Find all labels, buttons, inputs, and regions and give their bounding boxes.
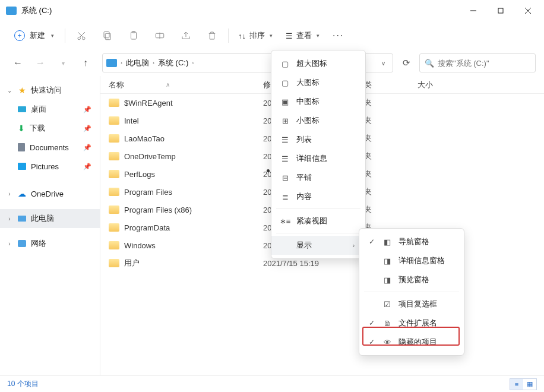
up-button[interactable]: ↑ [76,53,95,72]
breadcrumb-current[interactable]: 系统 (C:) [158,58,188,68]
file-name: OneDriveTemp [124,152,176,161]
separator [228,29,229,43]
sort-icon: ↑↓ [238,31,246,40]
maximize-button[interactable] [487,1,514,20]
pin-icon: 📌 [83,144,91,151]
chevron-right-icon: › [192,60,194,66]
sidebar-desktop[interactable]: 桌面📌 [0,100,100,119]
file-name: LaoMaoTao [124,134,165,143]
view-sm-icons[interactable]: ⊞小图标 [271,111,365,130]
folder-icon [109,134,119,143]
col-type[interactable]: 类 [364,80,418,90]
pane-icon: ◧ [382,238,393,246]
sidebar-pictures[interactable]: Pictures📌 [0,157,100,176]
col-size[interactable]: 大小 [418,80,544,90]
pane-icon: ◨ [382,257,393,265]
show-details-pane[interactable]: ◨详细信息窗格 [359,251,464,270]
show-nav-pane[interactable]: ✓◧导航窗格 [359,232,464,251]
view-list[interactable]: ☰列表 [271,130,365,149]
details-view-button[interactable]: ≡ [510,379,523,390]
label: OneDrive [31,189,64,198]
file-name: Intel [124,116,139,125]
compact-icon: ∗≡ [280,217,290,226]
file-date: 2021/7/15 15:19 [263,259,364,268]
search-box[interactable]: 🔍 [419,53,536,72]
refresh-button[interactable]: ⟳ [397,53,416,72]
view-content[interactable]: ≣内容 [271,187,365,206]
show-extensions[interactable]: ✓🗎文件扩展名 [359,314,464,333]
label: 快速访问 [31,85,62,96]
folder-icon [109,241,119,249]
view-compact[interactable]: ∗≡紧凑视图 [271,211,365,230]
sidebar-this-pc[interactable]: ›此电脑 [0,209,100,228]
grid-icon: ⊞ [280,116,290,125]
sidebar-documents[interactable]: Documents📌 [0,138,100,157]
breadcrumb-root[interactable]: 此电脑 [126,58,149,68]
delete-button[interactable] [200,25,224,46]
address-dropdown[interactable]: ∨ [378,60,389,67]
desktop-icon [18,106,26,112]
svg-rect-1 [498,8,503,13]
recent-dropdown[interactable]: ▾ [53,53,72,72]
file-type: 夹 [364,186,418,197]
label: Documents [30,143,69,152]
separator [276,208,360,209]
sidebar-network[interactable]: ›网络 [0,234,100,253]
show-checkboxes[interactable]: ☑项目复选框 [359,295,464,314]
window-title: 系统 (C:) [21,5,460,16]
network-icon [18,240,26,247]
forward-button[interactable]: → [31,53,50,72]
view-label: 查看 [296,30,312,41]
chevron-down-icon: ▾ [270,33,273,39]
current-indicator [267,169,270,172]
view-tiles[interactable]: ⊟平铺 [271,168,365,187]
sidebar-quick-access[interactable]: ⌄★快速访问 [0,81,100,100]
svg-point-4 [78,37,81,40]
search-input[interactable] [438,59,537,68]
view-xl-icons[interactable]: ▢超大图标 [271,54,365,73]
view-icon: ☰ [286,31,293,40]
col-name[interactable]: 名称∧ [109,80,263,90]
cut-button[interactable] [69,25,94,46]
rename-button[interactable] [147,25,172,46]
folder-icon [109,188,119,196]
drive-icon [6,7,17,15]
new-button[interactable]: + 新建 ▾ [7,27,61,45]
file-type: 夹 [364,133,418,144]
minimize-button[interactable] [460,1,487,20]
file-name: PerfLogs [124,170,155,179]
status-bar: 10 个项目 ≡ ▦ [0,375,544,392]
svg-rect-6 [105,33,110,40]
view-toggle: ≡ ▦ [510,378,537,390]
view-lg-icons[interactable]: ▢大图标 [271,73,365,92]
tiles-icon: ⊟ [280,173,290,182]
file-type: 夹 [364,169,418,179]
more-button[interactable]: ··· [327,30,350,41]
thumbnails-view-button[interactable]: ▦ [523,379,536,390]
show-hidden[interactable]: ✓👁隐藏的项目 [359,333,464,352]
show-preview-pane[interactable]: ◨预览窗格 [359,270,464,289]
view-button[interactable]: ☰ 查看 ▾ [280,27,325,45]
details-icon: ☰ [280,154,290,163]
navigation-pane: ⌄★快速访问 桌面📌 ⬇下载📌 Documents📌 Pictures📌 ›☁O… [0,76,100,375]
window-controls [460,1,542,20]
sort-button[interactable]: ↑↓ 排序 ▾ [232,27,279,45]
separator [276,233,360,233]
close-button[interactable] [514,1,542,20]
paste-button[interactable] [121,25,146,46]
label: 此电脑 [31,213,54,224]
back-button[interactable]: ← [8,53,27,72]
check-icon: ✓ [368,319,376,327]
view-details[interactable]: ☰详细信息 [271,149,365,168]
folder-icon [109,170,119,178]
sidebar-downloads[interactable]: ⬇下载📌 [0,119,100,138]
file-type: 夹 [364,115,418,126]
view-md-icons[interactable]: ▣中图标 [271,92,365,111]
folder-icon [109,99,119,107]
share-button[interactable] [173,25,198,46]
sidebar-onedrive[interactable]: ›☁OneDrive [0,184,100,203]
file-icon: 🗎 [382,319,393,328]
copy-button[interactable] [95,25,120,46]
view-show-submenu[interactable]: 显示› [271,236,365,255]
pc-icon [18,216,26,222]
